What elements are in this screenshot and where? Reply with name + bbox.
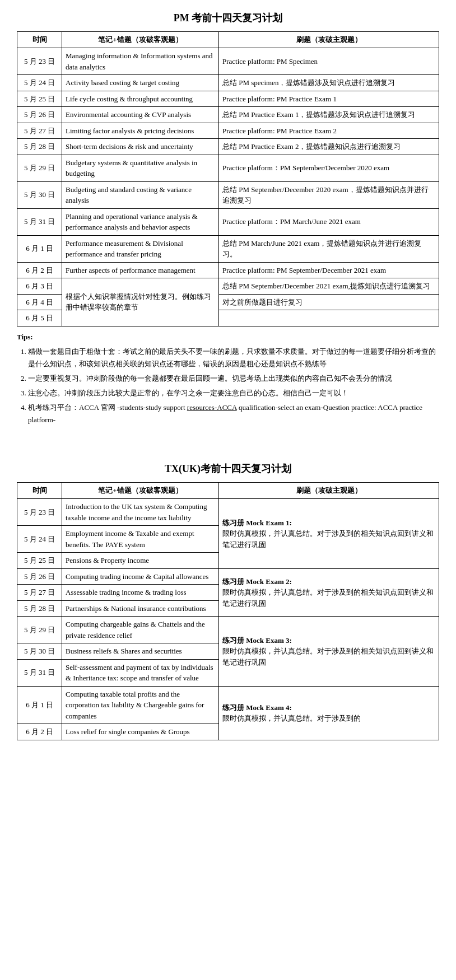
pm-date-cell: 6 月 3 日 — [17, 278, 62, 295]
pm-notes-cell: Life cycle costing & throughput accounti… — [62, 91, 219, 107]
pm-col1-header: 时间 — [17, 32, 62, 48]
tx-table: 时间 笔记+错题（攻破客观题） 刷题（攻破主观题） 5 月 23 日Introd… — [17, 482, 439, 740]
pm-tips-section: Tips: 精做一套题目由于粗做十套：考试之前的最后关头不要一味的刷题，只求数量… — [17, 331, 439, 427]
tx-date-cell: 5 月 31 日 — [17, 659, 62, 686]
table-row: 5 月 29 日Budgetary systems & quantitative… — [17, 155, 439, 181]
table-row: 5 月 26 日Environmental accounting & CVP a… — [17, 107, 439, 123]
pm-date-cell: 5 月 31 日 — [17, 208, 62, 235]
pm-practice-cell — [219, 310, 439, 326]
pm-practice-cell: 总结 PM March/June 2021 exam，提炼错题知识点并进行追溯复… — [219, 235, 439, 262]
pm-date-cell: 5 月 26 日 — [17, 107, 62, 123]
pm-notes-cell: Environmental accounting & CVP analysis — [62, 107, 219, 123]
tx-date-cell: 6 月 2 日 — [17, 724, 62, 740]
pm-notes-cell: Limiting factor analysis & pricing decis… — [62, 123, 219, 139]
tx-col3-header: 刷题（攻破主观题） — [219, 483, 439, 499]
pm-date-cell: 6 月 1 日 — [17, 235, 62, 262]
table-row: 5 月 26 日Computing trading income & Capit… — [17, 568, 439, 585]
tx-notes-cell: Computing trading income & Capital allow… — [62, 568, 219, 585]
pm-practice-cell: Practice platform: PM Specimen — [219, 48, 439, 75]
pm-practice-cell: Practice platform: PM Practice Exam 1 — [219, 91, 439, 107]
tx-notes-cell: Partnerships & National insurance contri… — [62, 600, 219, 617]
pm-date-cell: 5 月 28 日 — [17, 139, 62, 155]
pm-notes-cell: Budgetary systems & quantitative analysi… — [62, 155, 219, 181]
tx-date-cell: 5 月 30 日 — [17, 643, 62, 660]
tx-notes-cell: Self-assessment and payment of tax by in… — [62, 659, 219, 686]
table-row: 5 月 23 日Managing information & Informati… — [17, 48, 439, 75]
table-row: 5 月 24 日Activity based costing & target … — [17, 75, 439, 91]
tx-notes-cell: Loss relief for single companies & Group… — [62, 724, 219, 740]
pm-date-cell: 5 月 25 日 — [17, 91, 62, 107]
pm-tips-list: 精做一套题目由于粗做十套：考试之前的最后关头不要一味的刷题，只求数量不求质量。对… — [17, 346, 439, 427]
pm-notes-cell: Planning and operational variance analys… — [62, 208, 219, 235]
pm-table: 时间 笔记+错题（攻破客观题） 刷题（攻破主观题） 5 月 23 日Managi… — [17, 31, 439, 326]
pm-practice-cell: Practice platform: PM September/December… — [219, 262, 439, 278]
tx-col1-header: 时间 — [17, 483, 62, 499]
pm-notes-cell: 根据个人知识掌握情况针对性复习。例如练习册中错误率较高的章节 — [62, 278, 219, 326]
pm-practice-cell: 总结 PM specimen，提炼错题涉及知识点进行追溯复习 — [219, 75, 439, 91]
pm-date-cell: 6 月 4 日 — [17, 294, 62, 310]
pm-tip-item: 机考练习平台：ACCA 官网 -students-study support r… — [28, 402, 439, 426]
pm-title: PM 考前十四天复习计划 — [17, 11, 439, 25]
pm-date-cell: 6 月 2 日 — [17, 262, 62, 278]
table-row: 5 月 27 日Limiting factor analysis & prici… — [17, 123, 439, 139]
pm-practice-cell: 总结 PM September/December 2021 exam,提炼知识点… — [219, 278, 439, 295]
tx-notes-cell: Business reliefs & Shares and securities — [62, 643, 219, 660]
tx-date-cell: 5 月 23 日 — [17, 499, 62, 526]
tx-date-cell: 5 月 29 日 — [17, 617, 62, 643]
tx-practice-cell: 练习册 Mock Exam 2:限时仿真模拟，并认真总结。对于涉及到的相关知识点… — [219, 568, 439, 617]
table-row: 5 月 30 日Budgeting and standard costing &… — [17, 181, 439, 208]
tx-notes-cell: Employment income & Taxable and exempt b… — [62, 526, 219, 553]
pm-date-cell: 5 月 23 日 — [17, 48, 62, 75]
pm-date-cell: 5 月 29 日 — [17, 155, 62, 181]
pm-practice-cell: Practice platform: PM Practice Exam 2 — [219, 123, 439, 139]
pm-tips-title: Tips: — [17, 331, 439, 343]
tx-notes-cell: Assessable trading income & trading loss — [62, 585, 219, 601]
pm-notes-cell: Activity based costing & target costing — [62, 75, 219, 91]
pm-tip-item: 精做一套题目由于粗做十套：考试之前的最后关头不要一味的刷题，只求数量不求质量。对… — [28, 346, 439, 370]
pm-col2-header: 笔记+错题（攻破客观题） — [62, 32, 219, 48]
pm-practice-cell: 对之前所做题目进行复习 — [219, 294, 439, 310]
tx-date-cell: 5 月 26 日 — [17, 568, 62, 585]
pm-tip-item: 一定要重视复习。冲刺阶段做的每一套题都要在最后回顾一遍。切忌考场上出现类似的内容… — [28, 372, 439, 385]
table-row: 6 月 1 日Computing taxable total profits a… — [17, 686, 439, 724]
pm-date-cell: 5 月 27 日 — [17, 123, 62, 139]
table-row: 5 月 25 日Life cycle costing & throughput … — [17, 91, 439, 107]
pm-date-cell: 6 月 5 日 — [17, 310, 62, 326]
pm-notes-cell: Managing information & Information syste… — [62, 48, 219, 75]
pm-notes-cell: Performance measurement & Divisional per… — [62, 235, 219, 262]
table-row: 5 月 31 日Planning and operational varianc… — [17, 208, 439, 235]
tx-date-cell: 5 月 25 日 — [17, 553, 62, 569]
tx-practice-cell: 练习册 Mock Exam 3:限时仿真模拟，并认真总结。对于涉及到的相关知识点… — [219, 617, 439, 687]
pm-col3-header: 刷题（攻破主观题） — [219, 32, 439, 48]
tx-date-cell: 6 月 1 日 — [17, 686, 62, 724]
pm-notes-cell: Short-term decisions & risk and uncertai… — [62, 139, 219, 155]
table-row: 6 月 2 日Further aspects of performance ma… — [17, 262, 439, 278]
table-row: 5 月 23 日Introduction to the UK tax syste… — [17, 499, 439, 526]
tx-date-cell: 5 月 24 日 — [17, 526, 62, 553]
table-row: 6 月 1 日Performance measurement & Divisio… — [17, 235, 439, 262]
pm-date-cell: 5 月 30 日 — [17, 181, 62, 208]
tx-notes-cell: Computing chargeable gains & Chattels an… — [62, 617, 219, 643]
tx-notes-cell: Computing taxable total profits and the … — [62, 686, 219, 724]
pm-practice-cell: 总结 PM Practice Exam 1，提炼错题涉及知识点进行追溯复习 — [219, 107, 439, 123]
tx-date-cell: 5 月 28 日 — [17, 600, 62, 617]
pm-tip-item: 注意心态。冲刺阶段压力比较大是正常的，在学习之余一定要注意自己的心态。相信自己一… — [28, 387, 439, 399]
tx-notes-cell: Introduction to the UK tax system & Comp… — [62, 499, 219, 526]
table-row: 5 月 29 日Computing chargeable gains & Cha… — [17, 617, 439, 643]
pm-practice-cell: 总结 PM September/December 2020 exam，提炼错题知… — [219, 181, 439, 208]
pm-notes-cell: Budgeting and standard costing & varianc… — [62, 181, 219, 208]
pm-practice-cell: Practice platform：PM September/December … — [219, 155, 439, 181]
pm-date-cell: 5 月 24 日 — [17, 75, 62, 91]
pm-practice-cell: Practice platform：PM March/June 2021 exa… — [219, 208, 439, 235]
table-row: 5 月 28 日Short-term decisions & risk and … — [17, 139, 439, 155]
pm-practice-cell: 总结 PM Practice Exam 2，提炼错题知识点进行追溯复习 — [219, 139, 439, 155]
table-row: 6 月 3 日根据个人知识掌握情况针对性复习。例如练习册中错误率较高的章节总结 … — [17, 278, 439, 295]
tx-practice-cell: 练习册 Mock Exam 1:限时仿真模拟，并认真总结。对于涉及到的相关知识点… — [219, 499, 439, 569]
pm-notes-cell: Further aspects of performance managemen… — [62, 262, 219, 278]
tx-col2-header: 笔记+错题（攻破客观题） — [62, 483, 219, 499]
tx-date-cell: 5 月 27 日 — [17, 585, 62, 601]
tx-notes-cell: Pensions & Property income — [62, 553, 219, 569]
tx-title: TX(UK)考前十四天复习计划 — [17, 462, 439, 475]
page-container: PM 考前十四天复习计划 时间 笔记+错题（攻破客观题） 刷题（攻破主观题） 5… — [0, 0, 456, 756]
tx-practice-cell: 练习册 Mock Exam 4:限时仿真模拟，并认真总结。对于涉及到的 — [219, 686, 439, 740]
